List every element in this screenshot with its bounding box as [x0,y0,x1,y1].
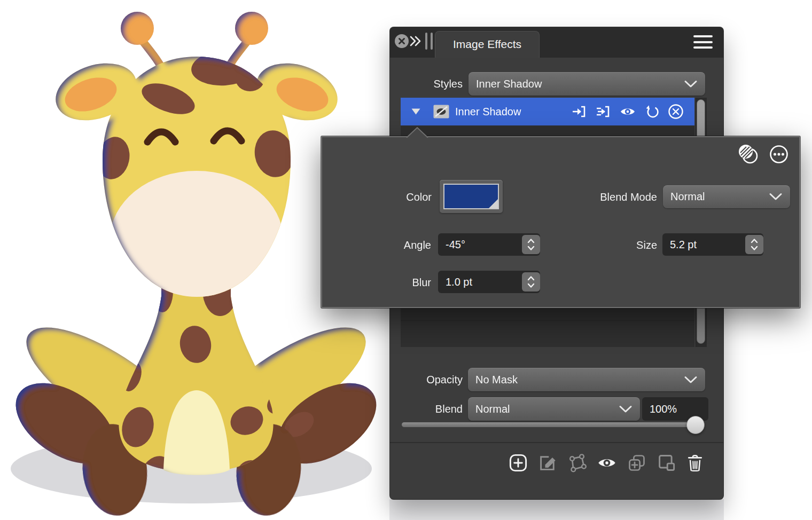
chevron-down-icon [684,80,698,88]
styles-dropdown[interactable]: Inner Shadow [469,72,705,96]
resize-icon[interactable] [657,453,676,472]
effect-thumbnail-icon [433,105,449,119]
collapse-chevrons-icon[interactable] [409,35,423,47]
color-label: Color [342,191,432,203]
stepper-icon [527,238,535,251]
apply-all-icon[interactable] [595,104,611,120]
shadow-color-swatch[interactable] [440,180,503,213]
styles-value: Inner Shadow [476,78,542,90]
delete-icon[interactable] [686,453,704,472]
blend-amount-value: 100% [650,403,677,415]
size-stepper[interactable] [745,235,763,254]
visibility-toggle-icon[interactable] [597,453,617,472]
blend-mode-label: Blend Mode [550,191,657,203]
size-value: 5.2 pt [670,239,697,251]
grip-handle[interactable] [431,33,433,50]
app-background [389,499,724,520]
blur-label: Blur [342,277,431,289]
more-options-icon[interactable] [769,145,788,164]
edit-path-icon[interactable] [567,453,587,472]
visibility-icon[interactable] [619,104,637,119]
size-label: Size [568,239,657,251]
blur-stepper[interactable] [522,272,540,291]
list-row-divider [401,320,694,321]
blend-label: Blend [374,403,463,415]
chevron-down-icon [684,376,698,384]
effect-row-label: Inner Shadow [455,106,521,118]
stepper-icon [527,275,535,289]
blur-value: 1.0 pt [446,276,472,288]
panel-menu-icon[interactable] [693,35,713,52]
apply-icon[interactable] [571,104,587,120]
angle-stepper[interactable] [522,235,540,254]
opacity-mask-value: No Mask [475,374,518,386]
giraffe-muzzle [110,171,283,308]
stepper-icon [750,238,759,251]
toolbar-divider [390,442,723,443]
opacity-mask-dropdown[interactable]: No Mask [468,368,705,391]
blur-field[interactable]: 1.0 pt [438,271,540,293]
size-field[interactable]: 5.2 pt [662,233,763,256]
styles-label: Styles [374,78,463,90]
popup-caret [406,127,428,138]
swatch-corner-indicator [489,199,498,208]
tab-image-effects[interactable]: Image Effects [435,31,540,58]
angle-field[interactable]: -45° [438,233,540,256]
add-effect-icon[interactable] [509,453,528,472]
slider-thumb[interactable] [686,416,705,434]
texture-preview-icon[interactable] [737,144,759,165]
angle-value: -45° [446,239,465,251]
edit-effect-icon[interactable] [538,453,557,472]
angle-label: Angle [342,239,431,251]
opacity-label: Opacity [374,374,463,386]
blend-value: Normal [475,403,510,415]
effect-row-inner-shadow[interactable]: Inner Shadow [401,98,694,125]
color-swatch-fill [443,184,499,209]
disclosure-triangle-icon[interactable] [411,108,420,115]
blend-amount-slider[interactable] [402,422,704,427]
close-panel-button[interactable] [395,34,409,48]
duplicate-icon[interactable] [627,453,646,472]
blend-mode-dropdown[interactable]: Normal [663,185,790,208]
close-icon [398,37,405,45]
chevron-down-icon [619,405,633,413]
reset-icon[interactable] [645,104,660,120]
blend-mode-value: Normal [670,191,705,203]
effects-toolbar [509,453,704,472]
chevron-down-icon [769,193,783,201]
blend-dropdown[interactable]: Normal [468,397,640,421]
remove-icon[interactable] [668,104,684,120]
grip-handle[interactable] [425,33,427,50]
